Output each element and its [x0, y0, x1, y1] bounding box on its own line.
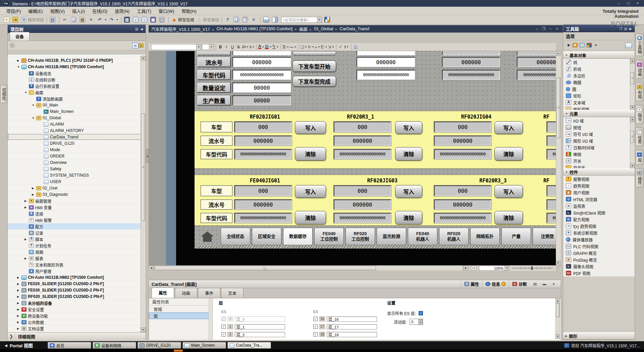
layer-visible-checkbox[interactable]	[313, 317, 318, 321]
scroll-up-icon[interactable]: ▲	[555, 299, 560, 303]
visualization-vertical-tab[interactable]: 可视化	[0, 85, 7, 103]
tree-item[interactable]: ORDER	[8, 153, 146, 159]
toolbar-button[interactable]	[88, 16, 96, 23]
car-code-row-label[interactable]: 车型代码	[201, 149, 232, 159]
format-tool-button[interactable]	[351, 44, 352, 50]
production-count-field[interactable]: 00000	[232, 95, 291, 105]
breadcrumb-item[interactable]: CH-Auto HG11B.HMI1 [TP1500 Comfort]	[216, 27, 299, 31]
menu-item[interactable]: 编辑(E)	[24, 7, 46, 15]
clear-button[interactable]: 清除	[295, 147, 326, 161]
write-button[interactable]: 写入	[494, 185, 523, 198]
tree-item[interactable]: 周期	[8, 249, 146, 255]
tree-item[interactable]: Safety	[8, 166, 146, 172]
inspector-mode-tab[interactable]: 信息	[482, 280, 509, 288]
editor-restore-icon[interactable]: ❐	[541, 26, 547, 32]
expand-arrow-icon[interactable]	[17, 302, 21, 305]
stamp-tool-icon[interactable]	[573, 43, 578, 47]
toolbox-item[interactable]: 多边形	[563, 72, 635, 79]
car-type-row-label[interactable]: 车型	[201, 185, 232, 196]
clear-button[interactable]: 清除	[494, 211, 523, 224]
toolbox-item[interactable]: 符号 I/O 域	[563, 131, 635, 137]
clipped-field-3[interactable]: 000	[442, 51, 500, 55]
elements-section[interactable]: ▼ 元素	[563, 110, 635, 117]
toolbox-item[interactable]: 线	[563, 59, 635, 65]
style-palette-icon[interactable]	[587, 43, 592, 47]
car-code-input-field-2[interactable]: 00000000000000000000	[357, 70, 415, 80]
nav-button[interactable]: 数据缓存	[283, 228, 313, 245]
serial-label[interactable]: 流水号	[197, 57, 231, 67]
scroll-down-icon[interactable]: ▼	[630, 164, 635, 168]
expand-arrow-icon[interactable]	[24, 206, 29, 209]
editor-minimize-icon[interactable]: –	[534, 26, 540, 32]
car-code-output-field-3[interactable]: 00000000000000000000	[442, 70, 500, 80]
scroll-up-icon[interactable]: ▲	[630, 59, 635, 63]
format-tool-button[interactable]	[202, 44, 214, 50]
inspector-window-icon[interactable]: ▤	[531, 281, 539, 287]
devices-tab[interactable]: 设备	[10, 32, 30, 41]
tree-item[interactable]: 画面管理	[8, 197, 146, 204]
close-button[interactable]: ×	[633, 1, 642, 6]
tree-item[interactable]: 连接	[8, 210, 146, 217]
maximize-button[interactable]: □	[624, 1, 633, 6]
toolbox-item[interactable]: 符号库	[563, 164, 635, 168]
format-tool-button[interactable]	[344, 44, 350, 50]
send-cartype-done-button[interactable]: 下发车型完成	[292, 76, 336, 87]
expand-arrow-icon[interactable]	[17, 282, 21, 285]
format-tool-button[interactable]	[298, 44, 299, 50]
toolbox-item[interactable]: I/O 域	[563, 117, 635, 124]
tree-item[interactable]: 设备组态	[8, 70, 146, 76]
menu-item[interactable]: 工具(T)	[133, 7, 155, 15]
tree-item[interactable]: 文档设置	[8, 325, 146, 332]
nav-button[interactable]: RF020 工位控制	[345, 228, 375, 245]
expand-arrow-icon[interactable]	[32, 187, 36, 190]
format-tool-button[interactable]	[256, 44, 257, 50]
layer-name-field[interactable]: 层_16	[327, 316, 377, 322]
editor-float-icon[interactable]: ▫	[547, 26, 553, 32]
active-layer-spinner[interactable]: 0 ▲▼	[410, 319, 423, 325]
preview-window-icon[interactable]	[625, 43, 632, 48]
nav-button[interactable]: 产量	[501, 228, 531, 245]
toolbox-item[interactable]: 媒体播放器	[563, 236, 635, 243]
inspector-close-icon[interactable]: ×	[549, 281, 558, 287]
serial-field[interactable]: 000000	[434, 136, 491, 146]
tree-item[interactable]: 画面	[8, 89, 146, 95]
serial-field[interactable]: 000000	[334, 200, 391, 210]
toolbar-button[interactable]	[121, 17, 121, 23]
tree-item[interactable]: 02_User	[8, 185, 146, 191]
nav-button[interactable]: RF020 机器人	[439, 228, 469, 245]
layer-visible-checkbox[interactable]	[313, 324, 318, 329]
tree-scrollbar[interactable]: ▲ ▼	[141, 56, 145, 332]
detail-view-bar[interactable]: ❯ 详细视图	[8, 332, 146, 340]
format-tool-button[interactable]	[353, 44, 359, 50]
toolbar-button[interactable]	[49, 16, 57, 23]
car-type-field[interactable]: 000	[547, 122, 556, 132]
canvas-hscroll-thumb[interactable]	[155, 266, 376, 271]
toolbar-button[interactable]	[241, 16, 250, 23]
format-tool-button[interactable]	[216, 44, 216, 50]
quantity-set-label[interactable]: 数量设定	[197, 83, 231, 93]
inspector-scroll-thumb[interactable]	[556, 304, 560, 317]
right-vertical-tab[interactable]: 布局	[636, 83, 644, 101]
toolbar-button[interactable]	[263, 16, 271, 23]
tree-item[interactable]: 配方	[8, 223, 146, 229]
serial-input-field[interactable]: 000000	[232, 57, 291, 67]
scroll-thumb[interactable]	[631, 72, 634, 84]
expand-arrow-icon[interactable]	[24, 91, 29, 94]
toolbar-button[interactable]	[108, 16, 119, 23]
canvas-vscroll-thumb[interactable]	[556, 78, 560, 138]
scroll-up-icon[interactable]: ▲	[630, 117, 635, 122]
column-config-icon[interactable]: ▨	[139, 43, 144, 48]
serial-field[interactable]: 000000	[234, 136, 292, 146]
list-view-icon[interactable]: ▤	[132, 43, 139, 48]
toolbox-item[interactable]: 椭圆	[563, 79, 635, 86]
production-count-label[interactable]: 生产数量	[197, 95, 231, 105]
clipped-button[interactable]	[292, 51, 336, 55]
format-tool-button[interactable]	[338, 44, 343, 50]
toolbox-item[interactable]: 趋势视图	[563, 182, 635, 189]
tree-item[interactable]: Mode	[8, 146, 146, 153]
tree-item[interactable]: 用户管理	[8, 268, 146, 274]
toolbar-tia-button[interactable]	[324, 16, 331, 23]
format-tool-button[interactable]	[265, 44, 272, 50]
write-button[interactable]: 写入	[295, 121, 326, 134]
toolbar-button[interactable]	[70, 16, 78, 23]
